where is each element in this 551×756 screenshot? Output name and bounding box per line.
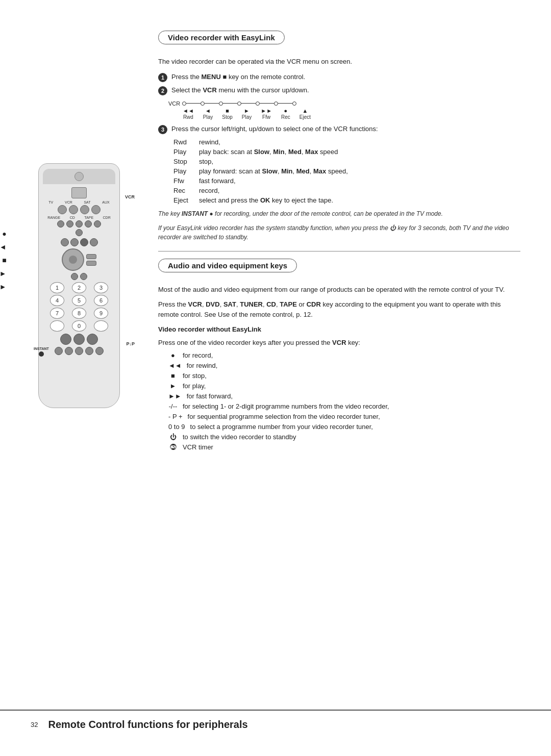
vcr-icon-eject: ▲ Eject [299,108,311,120]
func-desc-eject: select and press the OK key to eject the… [199,196,333,204]
cdr-label: CDR [103,216,111,219]
remote-mode-labels: TV VCR SAT AUX [43,200,115,204]
numpad: 1 2 3 4 5 6 7 8 9 0 [47,282,111,332]
bullet-desc-rewind: for rewind, [187,362,218,369]
vcr-icon-stop: ■ Stop [222,108,233,120]
extra-btn-2[interactable] [80,273,87,280]
misc-btn-1[interactable] [76,229,83,236]
tape-cd-buttons [43,220,115,228]
vol-up[interactable] [86,254,96,259]
bottom-sm-btn-3[interactable] [75,347,83,355]
play-fwd-icon: ► [244,108,249,114]
section2-box: Audio and video equipment keys [158,259,297,272]
step2-num: 2 [158,86,167,95]
func-key-play-fwd: Play [173,167,199,175]
nav-circle[interactable] [62,248,84,271]
pip-label: P↓P [126,341,135,346]
instant-label: INSTANT [34,347,49,350]
play-symbol: ► [0,269,7,278]
bullet-desc-record: for record, [183,351,213,359]
section1-box: Video recorder with EasyLink [158,31,285,44]
vol-down[interactable] [86,261,96,266]
section1-title: Video recorder with EasyLink [168,33,275,42]
func-key-play-back: Play [173,148,199,156]
vcr-seg-6 [278,103,292,104]
remote-screen-area [43,187,115,198]
section2-intro1: Most of the audio and video equipment fr… [158,285,520,295]
play-back-sublabel: Play [203,114,213,120]
misc-btns-row [43,229,115,236]
bottom-sm-btn-4[interactable] [85,347,93,355]
num-4[interactable]: 4 [50,295,64,306]
func-desc-rwd: rewind, [199,138,220,146]
tape-btn-3[interactable] [76,220,83,228]
vcr-mode-label: VCR [65,200,72,204]
extra-btns [43,273,115,280]
remote-top [43,169,115,184]
bottom-sm-btn-2[interactable] [65,347,73,355]
num-1[interactable]: 1 [50,282,64,293]
transport-misc3[interactable] [80,238,88,246]
bullet-desc-vcr-timer: VCR timer [183,443,213,451]
transport-misc4[interactable] [90,238,98,246]
func-rwd: Rwd rewind, [173,138,520,146]
num-2[interactable]: 2 [72,282,86,293]
bullet-desc-stop: for stop, [183,372,207,380]
mode-btn-1[interactable] [58,205,67,214]
bullet-ffwd: ►► for fast forward, [168,392,520,400]
tape-btn-4[interactable] [85,220,92,228]
transport-misc1[interactable] [61,238,69,246]
num-5[interactable]: 5 [72,295,86,306]
func-desc-stop: stop, [199,158,213,165]
num-0[interactable]: 0 [72,320,86,332]
bullet-sym-stop: ■ [168,372,178,380]
vcr-seg-1 [186,103,201,104]
remote-illustration: ● ◄◄ ■ ► ►► VCR TV VCR SAT AUX [20,163,138,408]
bullet-rewind: ◄◄ for rewind, [168,362,520,369]
functions-table: Rwd rewind, Play play back: scan at Slow… [173,138,520,204]
section1-intro: The video recorder can be operated via t… [158,57,520,67]
bullet-prog-sel: - P + for sequential programme selection… [168,413,520,420]
num-7[interactable]: 7 [50,308,64,319]
tape-btn-5[interactable] [94,220,101,228]
power-button[interactable] [74,172,84,181]
bullet-0to9: 0 to 9 to select a programme number from… [168,423,520,431]
mode-btn-4[interactable] [91,205,101,214]
tape-btn-2[interactable] [66,220,73,228]
vcr-icon-play-back: ◄ Play [203,108,213,120]
bottom-sm-btn-5[interactable] [95,347,104,355]
func-key-stop: Stop [173,158,199,165]
tape-label: TAPE [84,216,93,219]
tape-btn-1[interactable] [57,220,64,228]
mode-btn-3[interactable] [80,205,89,214]
bottom-btn-1[interactable] [60,334,71,345]
bullet-desc-play: for play, [183,382,206,390]
num-3[interactable]: 3 [94,282,108,293]
bottom-btn-3[interactable] [87,334,98,345]
bullet-sym-play: ► [168,382,178,390]
num-6[interactable]: 6 [94,295,108,306]
remote-vcr-label: VCR [125,194,135,199]
mode-btn-2[interactable] [69,205,78,214]
extra-btn-1[interactable] [71,273,78,280]
num-hash[interactable] [94,320,108,332]
note1: The key INSTANT ● for recording, under t… [158,209,520,218]
bottom-buttons-2 [43,347,115,355]
rec-sublabel: Rec [281,114,290,120]
bottom-btn-2[interactable] [73,334,85,345]
vcr-seg-2 [205,103,219,104]
bottom-sm-btn-1[interactable] [55,347,63,355]
rewind-symbol: ◄◄ [0,243,7,251]
num-9[interactable]: 9 [94,308,108,319]
bullet-sym-ffwd: ►► [168,392,182,400]
num-8[interactable]: 8 [72,308,86,319]
transport-misc2[interactable] [70,238,79,246]
vcr-icon-rwd: ◄◄ Rwd [183,108,194,120]
nav-center[interactable] [69,256,77,264]
tv-label: TV [48,200,53,204]
func-ffw: Ffw fast forward, [173,177,520,185]
num-star[interactable] [50,320,64,332]
rec-icon: ● [284,108,288,114]
vcr-dot-start [182,102,186,106]
func-play-back: Play play back: scan at Slow, Min, Med, … [173,148,520,156]
